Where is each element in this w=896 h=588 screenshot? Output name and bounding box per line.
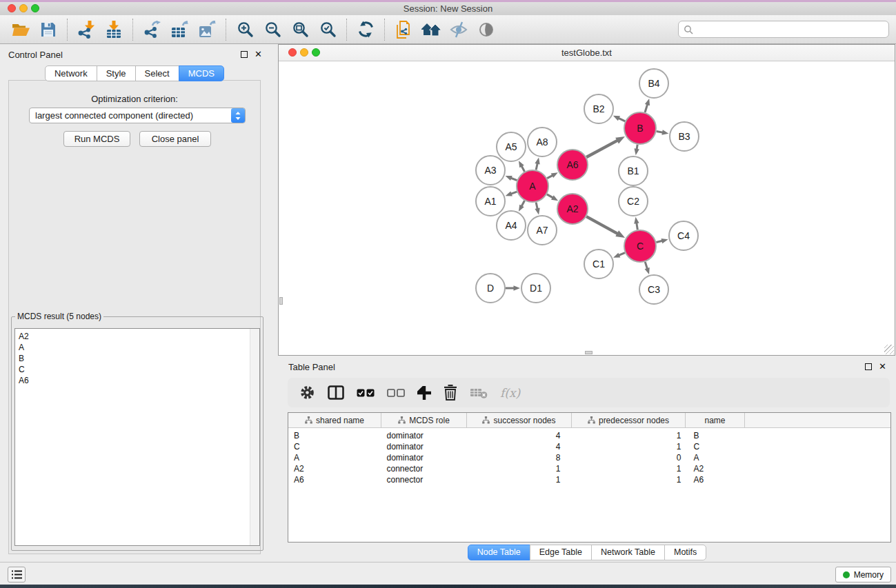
close-panel-button[interactable]: Close panel (139, 131, 211, 147)
graph-node-A2[interactable]: A2 (557, 194, 588, 224)
table-row[interactable]: Adominator80A (288, 452, 890, 463)
table-row[interactable]: Bdominator41B (288, 428, 890, 442)
table-cell[interactable]: C (686, 441, 745, 452)
graph-node-D[interactable]: D (476, 274, 505, 303)
graph-edge-B-B1[interactable] (634, 145, 639, 156)
tab-style[interactable]: Style (97, 65, 136, 81)
table-cell[interactable]: dominator (381, 452, 467, 463)
table-cell[interactable]: dominator (381, 441, 467, 452)
graph-edge-A-A2[interactable] (547, 194, 558, 201)
zoom-fit-button[interactable] (286, 17, 314, 42)
table-cell[interactable]: 4 (467, 441, 572, 452)
minimize-window-button[interactable] (19, 4, 28, 12)
network-canvas[interactable]: AA1A2A3A4A5A6A7A8BB1B2B3B4CC1C2C3C4DD1 (279, 61, 895, 355)
table-cell[interactable]: 4 (467, 428, 572, 442)
mcds-result-item[interactable]: C (15, 364, 250, 375)
table-cell[interactable]: 8 (467, 452, 572, 463)
graph-node-A7[interactable]: A7 (528, 216, 557, 245)
table-cell[interactable]: A2 (686, 463, 745, 474)
optimization-select[interactable]: largest connected component (directed) (29, 108, 246, 123)
table-cell[interactable]: 1 (572, 428, 686, 442)
float-panel-icon[interactable] (865, 363, 872, 370)
graph-edge-B-B4[interactable] (645, 99, 650, 112)
table-cell[interactable]: B (686, 428, 745, 442)
import-table-button[interactable] (100, 17, 128, 42)
mcds-result-item[interactable]: A2 (15, 331, 250, 342)
table-cell[interactable]: 1 (572, 474, 686, 485)
column-header-name[interactable]: name (686, 413, 745, 428)
table-mode-button[interactable] (299, 385, 315, 401)
zoom-window-button[interactable] (31, 4, 39, 12)
mcds-result-item[interactable]: B (15, 353, 250, 364)
tab-network[interactable]: Network (45, 65, 97, 81)
graph-node-A6[interactable]: A6 (557, 150, 588, 180)
column-header-successor-nodes[interactable]: successor nodes (467, 413, 572, 428)
save-session-button[interactable] (34, 17, 62, 42)
tab-mcds[interactable]: MCDS (179, 65, 224, 81)
refresh-view-button[interactable] (352, 17, 379, 42)
export-table-button[interactable] (166, 17, 193, 42)
table-row[interactable]: A6connector11A6 (288, 474, 890, 485)
table-cell[interactable]: 1 (467, 463, 572, 474)
graph-node-A8[interactable]: A8 (528, 128, 557, 156)
table-cell[interactable]: A6 (288, 474, 381, 485)
close-panel-icon[interactable]: ✕ (255, 50, 262, 59)
graph-edge-A-A5[interactable] (519, 161, 525, 172)
scrollbar-track[interactable] (250, 329, 259, 545)
delete-columns-button[interactable] (444, 385, 457, 401)
close-window-button[interactable] (8, 4, 16, 12)
import-network-button[interactable] (72, 17, 100, 42)
tab-edge-table[interactable]: Edge Table (530, 545, 592, 560)
table-cell[interactable]: 1 (572, 441, 686, 452)
table-cell[interactable]: B (288, 428, 381, 442)
graph-edge-A-A3[interactable] (506, 176, 517, 181)
graph-node-C2[interactable]: C2 (619, 187, 648, 216)
column-header-predecessor-nodes[interactable]: predecessor nodes (572, 413, 686, 428)
memory-button[interactable]: Memory (835, 567, 891, 582)
tab-network-table[interactable]: Network Table (591, 545, 665, 560)
table-cell[interactable]: dominator (381, 428, 467, 442)
zoom-out-button[interactable] (259, 17, 286, 42)
graph-node-C[interactable]: C (624, 230, 656, 262)
export-network-button[interactable] (138, 17, 166, 42)
graph-node-A3[interactable]: A3 (476, 156, 505, 185)
export-image-button[interactable] (193, 17, 221, 42)
graph-edge-A6-B[interactable] (586, 136, 625, 157)
tab-node-table[interactable]: Node Table (468, 545, 530, 560)
graph-edge-B-B2[interactable] (613, 116, 625, 121)
table-cell[interactable]: A6 (686, 474, 745, 485)
graph-node-A4[interactable]: A4 (497, 211, 526, 240)
show-columns-button[interactable] (328, 385, 344, 400)
graph-edge-C-C1[interactable] (613, 253, 625, 258)
select-all-rows-button[interactable] (357, 389, 375, 397)
splitter-handle[interactable] (585, 351, 593, 354)
search-input[interactable] (696, 22, 888, 37)
apply-layout-button[interactable] (417, 17, 445, 42)
graph-node-B3[interactable]: B3 (670, 122, 699, 151)
column-header-MCDS-role[interactable]: MCDS role (381, 413, 467, 428)
graph-node-A5[interactable]: A5 (497, 132, 526, 161)
graph-node-C4[interactable]: C4 (669, 221, 698, 250)
table-cell[interactable]: A2 (288, 463, 381, 474)
zoom-network-button[interactable] (312, 48, 320, 57)
minimize-network-button[interactable] (300, 48, 308, 57)
graph-node-B2[interactable]: B2 (584, 94, 613, 123)
graph-edge-A-A8[interactable] (535, 157, 539, 170)
graph-node-B[interactable]: B (624, 112, 656, 144)
table-cell[interactable]: A (686, 452, 745, 463)
splitter-handle[interactable] (279, 297, 283, 305)
graph-edge-A-A7[interactable] (535, 202, 539, 214)
close-network-button[interactable] (288, 48, 297, 57)
table-row[interactable]: A2connector11A2 (288, 463, 890, 474)
show-graphics-details-button[interactable] (472, 17, 500, 42)
graph-node-A1[interactable]: A1 (476, 187, 505, 216)
table-row[interactable]: Cdominator41C (288, 441, 890, 452)
graph-edge-D-D1[interactable] (506, 285, 520, 291)
tab-motifs[interactable]: Motifs (664, 545, 706, 560)
graph-node-C1[interactable]: C1 (584, 250, 613, 278)
graph-node-C3[interactable]: C3 (639, 275, 668, 304)
clone-network-button[interactable] (390, 17, 417, 42)
zoom-in-button[interactable] (231, 17, 259, 42)
run-mcds-button[interactable]: Run MCDS (63, 131, 130, 147)
graph-edge-C-C2[interactable] (634, 217, 639, 230)
